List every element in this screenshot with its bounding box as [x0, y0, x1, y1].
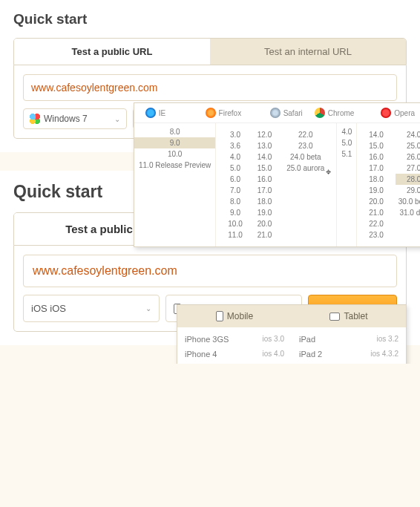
- page-title: Quick start: [13, 11, 407, 27]
- version-option[interactable]: 21.0: [255, 229, 275, 241]
- col-header-mobile: Mobile: [177, 305, 292, 327]
- version-option[interactable]: 10.0: [225, 218, 245, 229]
- tablet-icon: [329, 313, 340, 321]
- safari-icon: [270, 108, 280, 118]
- version-option[interactable]: 22.0: [283, 129, 327, 140]
- version-option[interactable]: 23.0: [283, 140, 327, 151]
- version-option[interactable]: 3.0: [225, 129, 245, 140]
- version-option[interactable]: 24.0: [396, 129, 420, 140]
- os-dropdown[interactable]: iOS iOS ⌄: [23, 295, 160, 322]
- version-option[interactable]: 29.0: [396, 185, 420, 196]
- device-option[interactable]: iPhone 3GSios 3.0: [177, 332, 292, 347]
- windows-icon: [30, 114, 40, 124]
- os-label: Windows 7: [44, 114, 88, 124]
- version-option[interactable]: 7.0: [225, 185, 245, 196]
- version-option[interactable]: 31.0 dev: [396, 207, 420, 218]
- version-option[interactable]: 5.0: [225, 163, 245, 174]
- col-header-firefox: Firefox: [177, 103, 270, 122]
- version-option[interactable]: 14.0: [366, 129, 386, 140]
- url-input[interactable]: [23, 74, 397, 101]
- version-option[interactable]: 26.0: [396, 151, 420, 163]
- version-option[interactable]: 9.0: [225, 207, 245, 218]
- version-option[interactable]: 24.0 beta: [283, 151, 327, 163]
- tab-internal-url[interactable]: Test an internal URL: [210, 39, 406, 65]
- version-option[interactable]: 6.0: [225, 174, 245, 185]
- version-option[interactable]: 16.0: [366, 151, 386, 163]
- version-option[interactable]: 12.0: [255, 129, 275, 140]
- version-option[interactable]: 20.0: [255, 218, 275, 229]
- col-header-chrome: Chrome: [303, 103, 367, 122]
- device-option[interactable]: iPhone 4Sios 5.1: [177, 362, 292, 364]
- url-input[interactable]: [23, 255, 397, 287]
- col-header-tablet: Tablet: [292, 305, 406, 327]
- version-option[interactable]: 4.0: [337, 126, 356, 137]
- version-option[interactable]: 5.1: [337, 148, 356, 160]
- version-option[interactable]: 22.0: [366, 218, 386, 229]
- version-option[interactable]: 11.0: [225, 229, 245, 241]
- version-option[interactable]: 18.0: [366, 174, 386, 185]
- os-label: iOS iOS: [31, 303, 66, 314]
- version-option[interactable]: 25.0: [396, 140, 420, 151]
- version-option[interactable]: 4.0: [225, 151, 245, 163]
- version-option[interactable]: 8.0: [134, 126, 215, 137]
- browser-version-dropdown: IE Firefox Safari Chrome Opera 8.09.010.…: [134, 102, 420, 247]
- os-dropdown[interactable]: Windows 7 ⌄: [23, 108, 127, 129]
- device-option[interactable]: iPadios 3.2: [292, 332, 406, 347]
- version-option[interactable]: 17.0: [255, 185, 275, 196]
- version-option[interactable]: 15.0: [366, 140, 386, 151]
- version-option[interactable]: 3.6: [225, 140, 245, 151]
- device-option[interactable]: iPhone 4ios 4.0: [177, 347, 292, 362]
- tab-public-url[interactable]: Test a public URL: [14, 39, 210, 65]
- version-option[interactable]: 17.0: [366, 163, 386, 174]
- version-option[interactable]: 30.0 beta: [396, 196, 420, 207]
- version-option[interactable]: 5.0: [337, 137, 356, 148]
- version-option[interactable]: 11.0 Release Preview: [134, 160, 215, 171]
- version-option[interactable]: 9.0: [134, 137, 215, 148]
- version-option[interactable]: 8.0: [225, 196, 245, 207]
- chevron-down-icon: ⌄: [114, 115, 120, 123]
- ie-icon: [145, 108, 156, 118]
- device-option[interactable]: iPad 2 (5.0)ios 5.0: [292, 362, 406, 364]
- version-option[interactable]: 15.0: [255, 163, 275, 174]
- version-option[interactable]: 16.0: [255, 174, 275, 185]
- version-option[interactable]: 21.0: [366, 207, 386, 218]
- quick-start-panel-desktop: Quick start Test a public URL Test an in…: [0, 0, 420, 152]
- firefox-icon: [206, 108, 216, 118]
- version-option[interactable]: 10.0: [134, 148, 215, 160]
- version-option[interactable]: 14.0: [255, 151, 275, 163]
- col-header-ie: IE: [134, 103, 177, 122]
- device-option[interactable]: iPad 2ios 4.3.2: [292, 347, 406, 362]
- version-option[interactable]: 18.0: [255, 196, 275, 207]
- version-option[interactable]: 19.0: [255, 207, 275, 218]
- version-option[interactable]: 28.0: [396, 174, 420, 185]
- version-option[interactable]: 23.0: [366, 229, 386, 241]
- version-option[interactable]: 27.0: [396, 163, 420, 174]
- version-option[interactable]: 19.0: [366, 185, 386, 196]
- phone-icon: [216, 311, 223, 321]
- chrome-icon: [315, 108, 325, 118]
- version-option[interactable]: 20.0: [366, 196, 386, 207]
- opera-icon: [381, 108, 391, 118]
- col-header-safari: Safari: [270, 103, 303, 122]
- device-dropdown-panel: Mobile Tablet iPhone 3GSios 3.0iPhone 4i…: [177, 304, 407, 364]
- version-option[interactable]: 25.0 aurora: [283, 163, 327, 174]
- col-header-opera: Opera: [366, 103, 420, 122]
- url-tabs: Test a public URL Test an internal URL: [13, 38, 407, 65]
- chevron-down-icon: ⌄: [145, 304, 151, 313]
- version-option[interactable]: 13.0: [255, 140, 275, 151]
